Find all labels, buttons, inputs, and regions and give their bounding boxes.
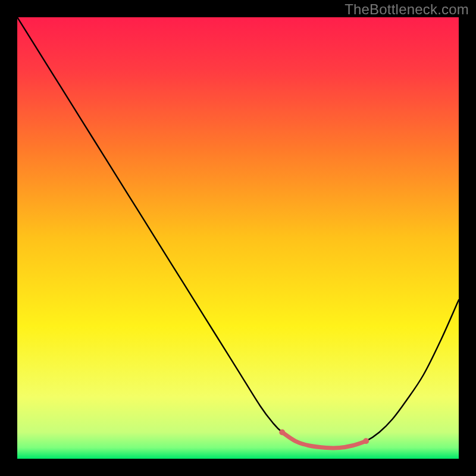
chart-background: [17, 17, 459, 459]
chart-frame: [17, 17, 459, 459]
bottleneck-chart: [17, 17, 459, 459]
optimal-zone-start-dot: [279, 429, 285, 435]
optimal-zone-end-dot: [363, 438, 369, 444]
watermark-text: TheBottleneck.com: [345, 1, 469, 18]
